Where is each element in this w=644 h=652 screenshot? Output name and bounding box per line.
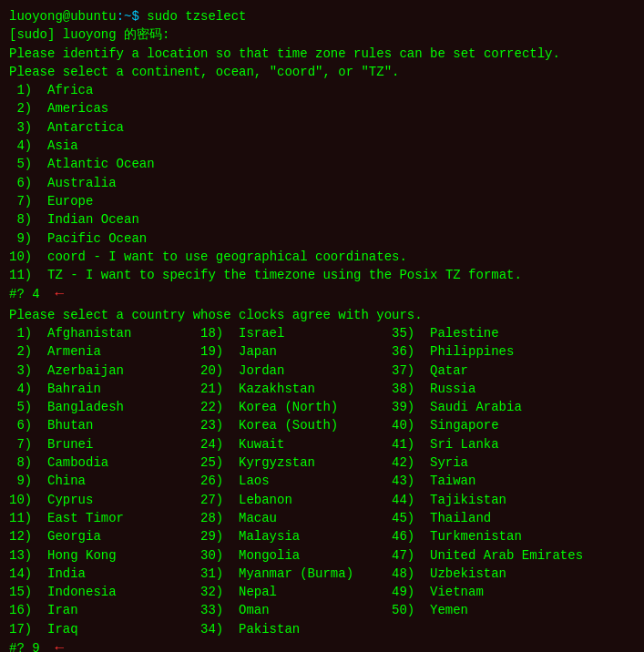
country-48: 48) Uzbekistan xyxy=(392,565,583,583)
country-45: 45) Thailand xyxy=(392,509,583,527)
arrow-2: ← xyxy=(55,640,64,652)
country-13: 13) Hong Kong xyxy=(9,546,200,565)
country-30: 30) Mongolia xyxy=(200,546,392,565)
menu-item-8: 8) Indian Ocean xyxy=(9,210,635,229)
countries-col1: 1) Afghanistan 2) Armenia 3) Azerbaijan … xyxy=(9,324,200,638)
country-5: 5) Bangladesh xyxy=(9,398,200,416)
sudo-password-prompt: luoyong 的密码: xyxy=(55,27,169,42)
menu-item-5: 5) Atlantic Ocean xyxy=(9,155,635,173)
menu-item-11: 11) TZ - I want to specify the timezone … xyxy=(9,266,635,284)
country-22: 22) Korea (North) xyxy=(200,398,392,416)
country-42: 42) Syria xyxy=(392,453,583,472)
country-6: 6) Bhutan xyxy=(9,416,200,434)
sudo-label: [sudo] xyxy=(9,27,55,42)
country-12: 12) Georgia xyxy=(9,527,200,545)
instruction-line1: Please identify a location so that time … xyxy=(9,45,635,63)
country-4: 4) Bahrain xyxy=(9,380,200,398)
menu-item-7: 7) Europe xyxy=(9,192,635,210)
country-15: 15) Indonesia xyxy=(9,583,200,601)
country-43: 43) Taiwan xyxy=(392,472,583,490)
country-34: 34) Pakistan xyxy=(200,620,392,638)
country-1: 1) Afghanistan xyxy=(9,324,200,342)
country-49: 49) Vietnam xyxy=(392,583,583,601)
prompt-line: luoyong@ubuntu:~$ sudo tzselect xyxy=(9,7,635,25)
country-47: 47) United Arab Emirates xyxy=(392,546,583,565)
menu-item-9: 9) Pacific Ocean xyxy=(9,229,635,248)
terminal: luoyong@ubuntu:~$ sudo tzselect [sudo] l… xyxy=(9,7,635,652)
menu-item-1: 1) Africa xyxy=(9,81,635,99)
menu-item-3: 3) Antarctica xyxy=(9,118,635,137)
country-39: 39) Saudi Arabia xyxy=(392,398,583,416)
countries-table: 1) Afghanistan 2) Armenia 3) Azerbaijan … xyxy=(9,324,635,638)
country-20: 20) Jordan xyxy=(200,362,392,380)
command-text: sudo tzselect xyxy=(139,9,247,24)
country-40: 40) Singapore xyxy=(392,416,583,434)
prompt-answer-2: #? 9 ← xyxy=(9,638,635,652)
country-37: 37) Qatar xyxy=(392,362,583,380)
country-35: 35) Palestine xyxy=(392,324,583,342)
country-7: 7) Brunei xyxy=(9,435,200,453)
country-23: 23) Korea (South) xyxy=(200,416,392,434)
country-10: 10) Cyprus xyxy=(9,491,200,509)
country-36: 36) Philippines xyxy=(392,342,583,361)
arrow-1: ← xyxy=(55,286,64,302)
country-24: 24) Kuwait xyxy=(200,435,392,453)
country-27: 27) Lebanon xyxy=(200,491,392,509)
menu-item-2: 2) Americas xyxy=(9,99,635,117)
country-32: 32) Nepal xyxy=(200,583,392,601)
country-11: 11) East Timor xyxy=(9,509,200,527)
country-3: 3) Azerbaijan xyxy=(9,362,200,380)
country-9: 9) China xyxy=(9,472,200,490)
country-14: 14) India xyxy=(9,565,200,583)
country-19: 19) Japan xyxy=(200,342,392,361)
prompt-separator: :~$ xyxy=(117,9,139,24)
sudo-line: [sudo] luoyong 的密码: xyxy=(9,25,635,44)
instruction-line2: Please select a continent, ocean, "coord… xyxy=(9,63,635,81)
country-18: 18) Israel xyxy=(200,324,392,342)
country-46: 46) Turkmenistan xyxy=(392,527,583,545)
country-28: 28) Macau xyxy=(200,509,392,527)
country-select-header: Please select a country whose clocks agr… xyxy=(9,306,635,324)
menu-item-10: 10) coord - I want to use geographical c… xyxy=(9,248,635,266)
country-25: 25) Kyrgyzstan xyxy=(200,453,392,472)
country-16: 16) Iran xyxy=(9,601,200,619)
countries-col3: 35) Palestine 36) Philippines 37) Qatar … xyxy=(392,324,583,638)
country-41: 41) Sri Lanka xyxy=(392,435,583,453)
menu-item-4: 4) Asia xyxy=(9,137,635,155)
countries-col2: 18) Israel 19) Japan 20) Jordan 21) Kaza… xyxy=(200,324,392,638)
country-33: 33) Oman xyxy=(200,601,392,619)
country-17: 17) Iraq xyxy=(9,620,200,638)
country-31: 31) Myanmar (Burma) xyxy=(200,565,392,583)
prompt-answer-1: #? 4 ← xyxy=(9,284,635,305)
country-26: 26) Laos xyxy=(200,472,392,490)
country-38: 38) Russia xyxy=(392,380,583,398)
country-8: 8) Cambodia xyxy=(9,453,200,472)
country-44: 44) Tajikistan xyxy=(392,491,583,509)
country-50: 50) Yemen xyxy=(392,601,583,619)
country-2: 2) Armenia xyxy=(9,342,200,361)
country-29: 29) Malaysia xyxy=(200,527,392,545)
country-21: 21) Kazakhstan xyxy=(200,380,392,398)
menu-item-6: 6) Australia xyxy=(9,174,635,192)
prompt-user: luoyong@ubuntu xyxy=(9,9,117,24)
